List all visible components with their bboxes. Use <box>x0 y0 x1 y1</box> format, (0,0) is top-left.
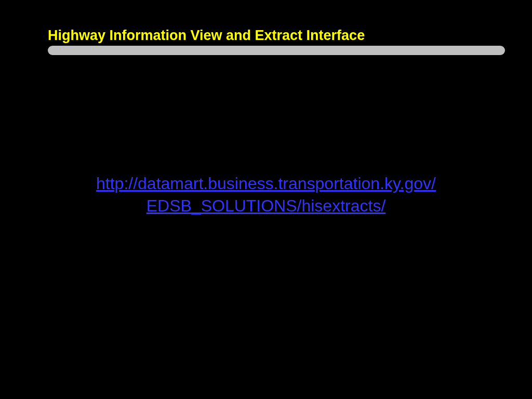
slide-title: Highway Information View and Extract Int… <box>48 28 365 44</box>
link-container: http://datamart.business.transportation.… <box>0 172 532 217</box>
title-divider-bar <box>48 46 505 55</box>
main-url-link[interactable]: http://datamart.business.transportation.… <box>96 172 436 217</box>
link-text-line1: http://datamart.business.transportation.… <box>96 174 436 193</box>
link-text-line2: EDSB_SOLUTIONS/hisextracts/ <box>147 196 386 215</box>
